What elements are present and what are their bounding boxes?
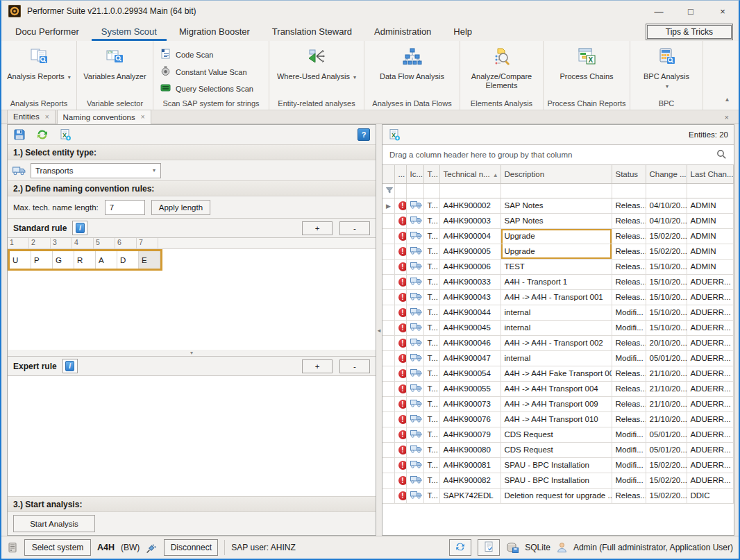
cell-type[interactable]: T...: [423, 350, 439, 366]
row-indicator-cell[interactable]: [382, 396, 394, 411]
cell-technical-name[interactable]: A4HK900005: [439, 244, 501, 259]
process-chains-button[interactable]: X Process Chains: [560, 45, 613, 95]
column-header-technical-name[interactable]: Technical n...▲: [439, 165, 501, 183]
icon-cell[interactable]: [406, 198, 423, 213]
cell-last-changed-by[interactable]: ADMIN: [687, 259, 734, 274]
expert-rule-remove-button[interactable]: -: [339, 359, 370, 373]
cell-technical-name[interactable]: A4HK900073: [439, 396, 501, 411]
icon-cell[interactable]: [406, 259, 423, 274]
cell-type[interactable]: T...: [423, 411, 439, 427]
refresh-database-button[interactable]: [449, 539, 471, 556]
cell-technical-name[interactable]: A4HK900079: [439, 427, 501, 442]
data-flow-analysis-button[interactable]: Data Flow Analysis: [380, 45, 444, 95]
filter-cell[interactable]: [612, 183, 646, 198]
filter-cell[interactable]: [423, 183, 439, 198]
icon-cell[interactable]: [406, 289, 423, 305]
row-indicator-cell[interactable]: [382, 411, 394, 427]
cell-technical-name[interactable]: A4HK900006: [439, 259, 501, 274]
cell-change-date[interactable]: 15/10/20...: [646, 305, 687, 320]
cell-change-date[interactable]: 15/10/20...: [646, 289, 687, 305]
cell-status[interactable]: Modifi...: [612, 320, 646, 335]
tab-translation-steward[interactable]: Translation Steward: [262, 24, 362, 41]
cell-technical-name[interactable]: A4HK900045: [439, 320, 501, 335]
cell-status[interactable]: Releas...: [612, 411, 646, 427]
cell-type[interactable]: T...: [423, 381, 439, 396]
cell-change-date[interactable]: 15/10/20...: [646, 259, 687, 274]
row-indicator-cell[interactable]: [382, 289, 394, 305]
icon-cell[interactable]: [406, 457, 423, 473]
table-row[interactable]: ▶!T...A4HK900002SAP NotesReleas...04/10/…: [382, 198, 734, 213]
row-indicator-cell[interactable]: [382, 213, 394, 228]
table-row[interactable]: !T...A4HK900046A4H -> A4H - Transport 00…: [382, 335, 734, 350]
icon-cell[interactable]: [406, 473, 423, 488]
cell-technical-name[interactable]: A4HK900080: [439, 442, 501, 457]
cell-status[interactable]: Releas...: [612, 244, 646, 259]
icon-cell[interactable]: [406, 228, 423, 244]
expert-rule-grid[interactable]: [8, 375, 376, 496]
row-indicator-cell[interactable]: [382, 473, 394, 488]
cell-description[interactable]: A4H -> A4H Transport 004: [501, 381, 612, 396]
search-icon[interactable]: [716, 149, 727, 161]
error-cell[interactable]: !: [394, 488, 406, 503]
cell-last-changed-by[interactable]: ADUERR...: [687, 320, 734, 335]
cell-type[interactable]: T...: [423, 473, 439, 488]
icon-cell[interactable]: [406, 381, 423, 396]
cell-technical-name[interactable]: A4HK900054: [439, 366, 501, 381]
icon-cell[interactable]: [406, 396, 423, 411]
expert-rule-add-button[interactable]: +: [302, 359, 333, 373]
error-cell[interactable]: !: [394, 305, 406, 320]
bpc-analysis-button[interactable]: BPC Analysis▾: [644, 45, 689, 95]
tab-help[interactable]: Help: [444, 24, 482, 41]
table-row[interactable]: !T...A4HK900080CDS RequestModifi...05/01…: [382, 442, 734, 457]
icon-cell[interactable]: [406, 488, 423, 503]
cell-technical-name[interactable]: A4HK900047: [439, 350, 501, 366]
analysis-reports-button[interactable]: Analysis Reports ▾: [7, 45, 71, 95]
tab-docu-performer[interactable]: Docu Performer: [6, 24, 89, 41]
column-header-change[interactable]: Change ...: [646, 165, 687, 183]
analyze-compare-elements-button[interactable]: Analyze/Compare Elements: [460, 45, 543, 95]
cell-last-changed-by[interactable]: ADUERR...: [687, 350, 734, 366]
cell-status[interactable]: Modifi...: [612, 427, 646, 442]
cell-last-changed-by[interactable]: ADMIN: [687, 213, 734, 228]
cell-change-date[interactable]: 15/02/20...: [646, 457, 687, 473]
table-row[interactable]: !T...A4HK900054A4H -> A4H Fake Transport…: [382, 366, 734, 381]
code-scan-button[interactable]: Code Scan: [160, 49, 253, 60]
cell-status[interactable]: Releas...: [612, 381, 646, 396]
cell-last-changed-by[interactable]: ADUERR...: [687, 473, 734, 488]
cell-type[interactable]: T...: [423, 289, 439, 305]
cell-status[interactable]: Releas...: [612, 488, 646, 503]
icon-cell[interactable]: [406, 244, 423, 259]
tips-and-tricks-button[interactable]: Tips & Tricks: [646, 24, 733, 40]
cell-last-changed-by[interactable]: ADMIN: [687, 228, 734, 244]
rule-cell[interactable]: U: [10, 251, 31, 269]
icon-cell[interactable]: [406, 427, 423, 442]
row-indicator-cell[interactable]: [382, 228, 394, 244]
cell-status[interactable]: Releas...: [612, 366, 646, 381]
cell-status[interactable]: Releas...: [612, 335, 646, 350]
row-indicator-cell[interactable]: ▶: [382, 198, 394, 213]
cell-last-changed-by[interactable]: ADUERR...: [687, 274, 734, 289]
cell-last-changed-by[interactable]: ADUERR...: [687, 381, 734, 396]
icon-cell[interactable]: [406, 366, 423, 381]
cell-change-date[interactable]: 15/02/20...: [646, 473, 687, 488]
table-row[interactable]: !T...A4HK900004UpgradeReleas...15/02/20.…: [382, 228, 734, 244]
cell-last-changed-by[interactable]: ADUERR...: [687, 335, 734, 350]
error-cell[interactable]: !: [394, 274, 406, 289]
cell-description[interactable]: A4H -> A4H Transport 010: [501, 411, 612, 427]
select-system-button[interactable]: Select system: [24, 539, 91, 556]
icon-cell[interactable]: [406, 442, 423, 457]
filter-cell[interactable]: [687, 183, 734, 198]
where-used-analysis-button[interactable]: Where-Used Analysis ▾: [277, 45, 356, 95]
ribbon-collapse-icon[interactable]: ▴: [725, 95, 729, 103]
row-indicator-cell[interactable]: [382, 381, 394, 396]
column-header-description[interactable]: Description: [501, 165, 612, 183]
cell-description[interactable]: A4H -> A4H - Transport 002: [501, 335, 612, 350]
cell-change-date[interactable]: 04/10/20...: [646, 213, 687, 228]
row-indicator-cell[interactable]: [382, 259, 394, 274]
error-cell[interactable]: !: [394, 213, 406, 228]
table-row[interactable]: !T...A4HK900006TESTReleas...15/10/20...A…: [382, 259, 734, 274]
error-cell[interactable]: !: [394, 396, 406, 411]
disconnect-button[interactable]: Disconnect: [164, 539, 218, 556]
cell-change-date[interactable]: 15/02/20...: [646, 244, 687, 259]
cell-technical-name[interactable]: A4HK900046: [439, 335, 501, 350]
